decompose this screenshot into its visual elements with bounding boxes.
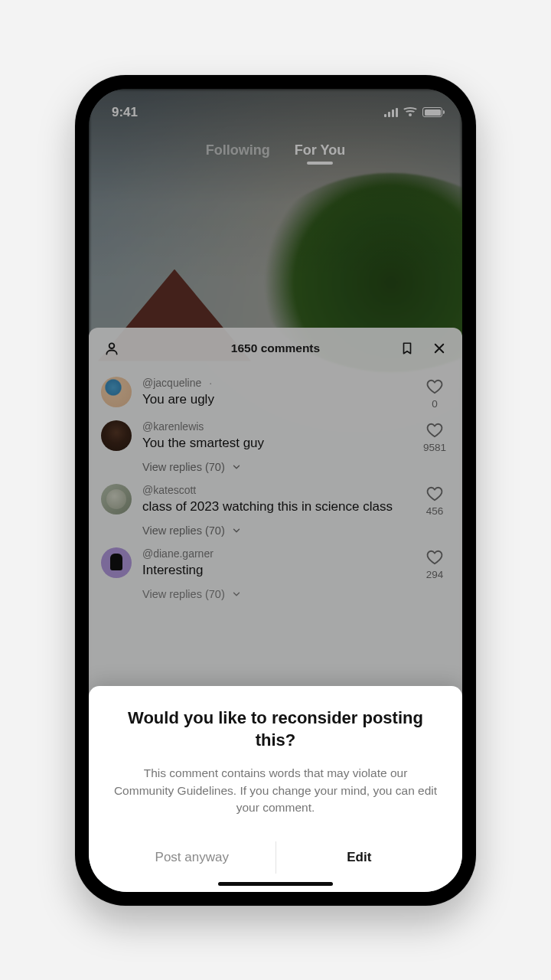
- home-indicator[interactable]: [218, 882, 333, 886]
- post-anyway-button[interactable]: Post anyway: [109, 837, 276, 878]
- prompt-body: This comment contains words that may vio…: [109, 765, 442, 816]
- reconsider-prompt-sheet: Would you like to reconsider posting thi…: [89, 686, 462, 892]
- prompt-title: Would you like to reconsider posting thi…: [109, 707, 442, 751]
- screen: 9:41 Following For You 1650 comment: [89, 89, 462, 892]
- prompt-actions: Post anyway Edit: [109, 837, 442, 878]
- edit-button[interactable]: Edit: [276, 837, 443, 878]
- device-frame: 9:41 Following For You 1650 comment: [75, 75, 476, 906]
